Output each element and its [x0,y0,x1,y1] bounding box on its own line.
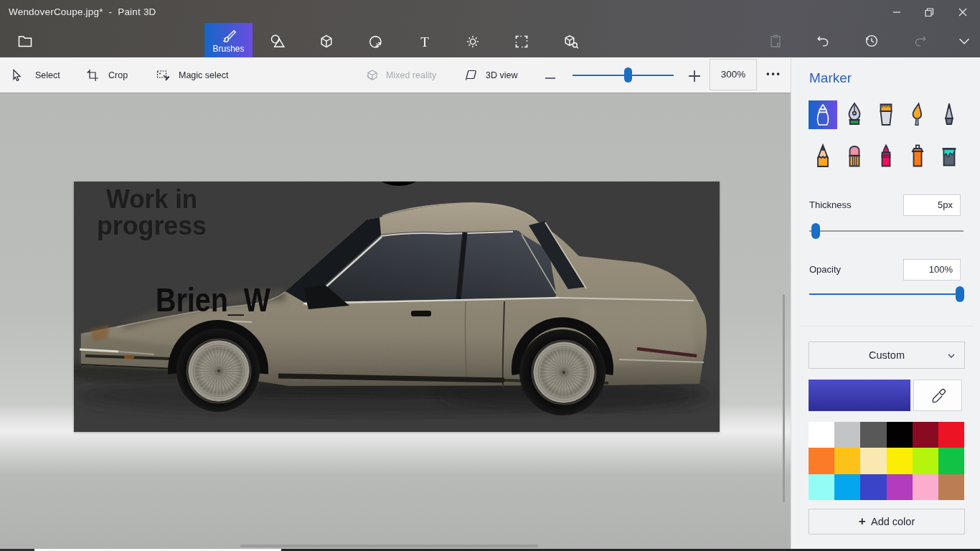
svg-text:T: T [420,34,429,50]
